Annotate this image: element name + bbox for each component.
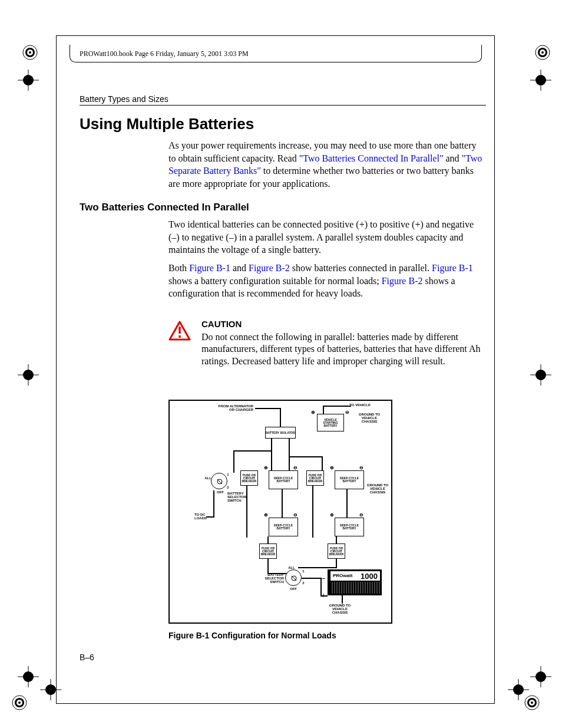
cross-icon [18, 364, 39, 386]
label-ground-chassis: GROUND TO VEHICLE CHASSIS [328, 604, 352, 614]
svg-point-30 [23, 671, 34, 682]
caution-block: CAUTION Do not connect the following in … [168, 318, 485, 368]
link-figure-b1[interactable]: Figure B-1 [189, 263, 230, 273]
label-ground-chassis: GROUND TO VEHICLE CHASSIS [365, 483, 390, 494]
link-two-batteries[interactable]: "Two Batteries Connected In Parallel" [299, 153, 444, 163]
svg-point-39 [513, 684, 524, 695]
running-head: Battery Types and Sizes [80, 94, 168, 104]
prowatt-inverter: PROwatt 1000 [328, 569, 382, 595]
box-deep-cycle: DEEP-CYCLE BATTERY [269, 518, 298, 536]
box-vehicle-starting-battery: VEHICLE STARTING BATTERY [317, 414, 344, 431]
reg-mark-icon [535, 45, 550, 60]
label-off: OFF [289, 587, 298, 591]
label-ground-chassis: GROUND TO VEHICLE CHASSIS [357, 413, 382, 423]
text: Both [168, 263, 189, 273]
svg-rect-42 [178, 335, 180, 338]
label-off: OFF [216, 490, 225, 494]
svg-point-15 [531, 701, 533, 704]
page-header-text: PROWatt100.book Page 6 Friday, January 5… [80, 50, 249, 58]
link-figure-b2[interactable]: Figure B-2 [249, 263, 290, 273]
paragraph-1: As your power requirements increase, you… [168, 139, 485, 190]
box-deep-cycle: DEEP-CYCLE BATTERY [335, 470, 364, 489]
svg-point-13 [527, 698, 537, 707]
svg-point-7 [541, 51, 544, 54]
cross-icon [18, 70, 39, 91]
link-figure-b2[interactable]: Figure B-2 [382, 276, 423, 286]
svg-point-6 [540, 50, 546, 55]
battery-selector-switch [211, 473, 227, 489]
svg-point-12 [525, 696, 539, 710]
svg-point-0 [23, 45, 37, 60]
reg-mark-icon [524, 695, 540, 710]
link-figure-b1[interactable]: Figure B-1 [432, 263, 473, 273]
label-battery-selector: BATTERY SELECTOR SWITCH [262, 573, 284, 584]
box-fuse: FUSE OR CIRCUIT BREAKER [259, 543, 277, 559]
heading-2: Two Batteries Connected In Parallel [80, 202, 249, 213]
box-fuse: FUSE OR CIRCUIT BREAKER [306, 470, 324, 486]
svg-point-5 [538, 48, 547, 57]
cross-icon [40, 679, 61, 700]
cross-icon [530, 70, 551, 91]
svg-point-2 [27, 50, 33, 55]
label-two: 2 [302, 581, 305, 585]
cross-icon [530, 364, 551, 386]
heading-1: Using Multiple Batteries [80, 115, 254, 133]
label-from-alternator: FROM ALTERNATOR OR CHARGER [218, 404, 253, 411]
svg-point-27 [535, 370, 546, 380]
text: shows a battery configuration suitable f… [168, 276, 382, 286]
battery-selector-switch [285, 569, 302, 586]
svg-point-9 [15, 698, 24, 707]
box-fuse: FUSE OR CIRCUIT BREAKER [328, 543, 345, 559]
svg-point-21 [535, 75, 546, 85]
svg-point-18 [23, 75, 34, 85]
label-all: ALL [204, 476, 212, 480]
svg-rect-41 [178, 327, 180, 334]
page-number: B–6 [80, 653, 94, 662]
box-fuse: FUSE OR CIRCUIT BREAKER [240, 470, 258, 486]
svg-point-24 [23, 370, 34, 380]
label-prowatt: PROwatt [333, 574, 352, 578]
caution-title: CAUTION [201, 318, 485, 330]
reg-mark-icon [22, 45, 38, 60]
caution-icon [168, 318, 191, 343]
caution-text: CAUTION Do not connect the following in … [201, 318, 485, 368]
reg-mark-icon [12, 695, 27, 710]
svg-point-3 [29, 51, 31, 54]
figure-caption: Figure B-1 Configuration for Normal Load… [168, 631, 336, 640]
paragraph-2: Two identical batteries can be connected… [168, 218, 485, 256]
cross-icon [508, 679, 529, 700]
box-deep-cycle: DEEP-CYCLE BATTERY [335, 518, 364, 536]
text: and [443, 153, 461, 163]
svg-point-36 [535, 671, 546, 682]
svg-point-33 [45, 684, 56, 695]
svg-point-1 [25, 48, 35, 57]
cross-icon [530, 666, 551, 687]
divider [80, 105, 486, 106]
svg-point-4 [535, 45, 550, 60]
paragraph-3: Both Figure B-1 and Figure B-2 show batt… [168, 262, 485, 300]
svg-point-14 [529, 700, 535, 706]
box-battery-isolator: BATTERY ISOLATOR [265, 427, 296, 439]
figure-b1-diagram: FROM ALTERNATOR OR CHARGER TO VEHICLE BA… [168, 400, 392, 624]
svg-point-11 [18, 701, 21, 704]
box-deep-cycle: DEEP-CYCLE BATTERY [269, 470, 298, 489]
label-model: 1000 [361, 572, 378, 580]
label-all: ALL [287, 566, 296, 569]
label-two: 2 [226, 486, 230, 489]
caution-body: Do not connect the following in parallel… [201, 331, 485, 368]
label-to-vehicle: TO VEHICLE [349, 403, 379, 407]
svg-point-8 [12, 696, 27, 710]
svg-point-10 [16, 700, 22, 706]
text: and [230, 263, 249, 273]
cross-icon [18, 666, 39, 687]
label-one: 1 [226, 473, 230, 476]
label-one: 1 [302, 569, 305, 573]
text: show batteries connected in parallel. [290, 263, 432, 273]
